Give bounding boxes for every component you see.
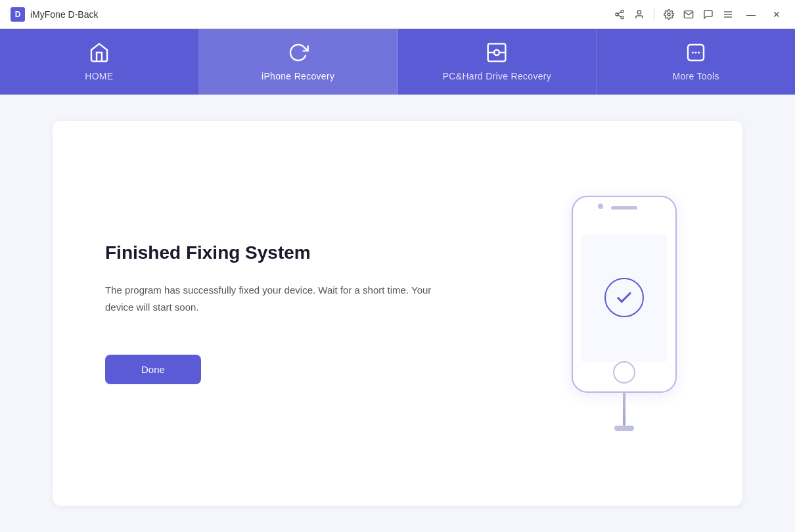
cable-connector [614, 426, 634, 431]
page-title: Finished Fixing System [105, 242, 447, 263]
main-content: Finished Fixing System The program has s… [0, 95, 795, 532]
title-bar-right: — ✕ [614, 8, 784, 21]
app-title: iMyFone D-Back [30, 9, 98, 20]
success-checkmark [604, 278, 644, 317]
nav-label-iphone: iPhone Recovery [261, 71, 334, 81]
dots-icon [685, 42, 706, 66]
app-logo: D [11, 7, 25, 22]
refresh-icon [288, 42, 309, 66]
done-button[interactable]: Done [105, 355, 201, 384]
content-description: The program has successfully fixed your … [105, 282, 447, 315]
svg-point-15 [692, 51, 694, 53]
svg-point-16 [695, 51, 697, 53]
user-icon[interactable] [634, 9, 645, 20]
separator [654, 9, 654, 20]
minimize-button[interactable]: — [742, 8, 760, 21]
phone-home-button [613, 361, 635, 384]
phone-cable [623, 393, 625, 426]
svg-point-17 [698, 51, 700, 53]
close-button[interactable]: ✕ [769, 8, 784, 21]
svg-line-3 [618, 15, 622, 17]
nav-item-home[interactable]: HOME [0, 29, 199, 95]
nav-label-home: HOME [85, 71, 113, 81]
svg-point-11 [494, 50, 499, 55]
hdd-icon [486, 42, 507, 66]
content-left: Finished Fixing System The program has s… [105, 242, 447, 384]
nav-item-pc-hard-drive[interactable]: PC&Hard Drive Recovery [398, 29, 597, 95]
svg-point-2 [621, 16, 624, 18]
nav-item-iphone-recovery[interactable]: iPhone Recovery [199, 29, 398, 95]
svg-point-5 [637, 11, 641, 14]
settings-icon[interactable] [664, 9, 674, 20]
svg-point-0 [621, 10, 624, 12]
nav-label-tools: More Tools [673, 71, 719, 81]
nav-label-pc: PC&Hard Drive Recovery [443, 71, 551, 81]
phone-speaker [611, 206, 637, 210]
nav-item-more-tools[interactable]: More Tools [597, 29, 795, 95]
phone-camera [598, 204, 603, 209]
menu-icon[interactable] [723, 9, 733, 20]
mail-icon[interactable] [683, 9, 694, 20]
phone-illustration [558, 196, 690, 431]
phone-screen [581, 234, 667, 362]
svg-line-4 [618, 12, 622, 14]
title-bar-left: D iMyFone D-Back [11, 7, 98, 22]
svg-point-6 [668, 13, 670, 16]
phone-body [572, 196, 677, 393]
title-bar: D iMyFone D-Back — ✕ [0, 0, 795, 29]
nav-bar: HOME iPhone Recovery PC&Hard Drive Recov… [0, 29, 795, 95]
home-icon [89, 42, 110, 66]
svg-point-1 [616, 13, 618, 16]
content-card: Finished Fixing System The program has s… [53, 121, 742, 506]
share-icon[interactable] [614, 9, 625, 20]
chat-icon[interactable] [703, 9, 714, 20]
